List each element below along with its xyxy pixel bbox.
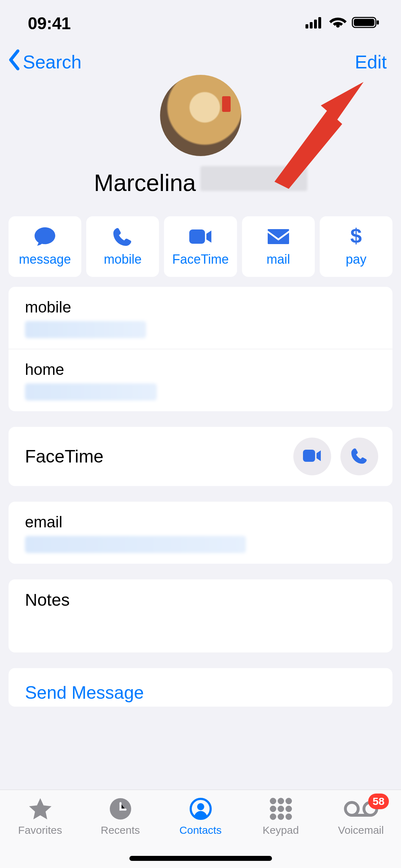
contact-name: Marcelina [0,166,401,196]
svg-rect-9 [303,450,315,462]
tab-recents[interactable]: Recents [80,796,160,836]
back-label: Search [23,51,82,73]
tab-contacts-label: Contacts [179,824,221,836]
status-bar: 09:41 [0,0,401,46]
star-icon [28,796,53,821]
svg-rect-7 [189,229,205,244]
tab-favorites[interactable]: Favorites [0,796,80,836]
email-card: email [9,502,392,564]
contact-last-name-redacted [200,166,307,191]
action-row: message mobile FaceTime mail $ pay [0,209,401,287]
svg-text:$: $ [350,226,362,247]
mobile-number-row[interactable]: mobile [9,287,392,349]
action-message-label: message [19,252,71,267]
svg-point-16 [270,806,276,812]
chevron-left-icon [6,49,22,75]
svg-point-21 [286,813,292,820]
status-time: 09:41 [28,14,71,33]
svg-point-12 [197,803,204,810]
facetime-video-button[interactable] [293,438,331,475]
edit-button[interactable]: Edit [355,51,387,73]
home-indicator[interactable] [129,856,272,861]
svg-point-20 [278,813,284,820]
contacts-icon [189,796,212,821]
wifi-icon [329,16,347,30]
send-message-link: Send Message [25,682,376,703]
keypad-icon [269,796,293,821]
battery-icon [352,16,380,30]
svg-rect-1 [310,22,313,29]
back-button[interactable]: Search [6,49,82,75]
svg-point-22 [345,802,358,815]
tab-voicemail[interactable]: 58 Voicemail [321,796,401,836]
notes-label: Notes [25,590,376,610]
action-mobile-label: mobile [104,252,142,267]
notes-card: Notes [9,579,392,652]
svg-point-19 [270,813,276,820]
email-row[interactable]: email [9,502,392,564]
phone-numbers-card: mobile home [9,287,392,411]
facetime-audio-button[interactable] [340,438,378,475]
facetime-card: FaceTime [9,427,392,486]
home-label: home [25,361,376,378]
tab-keypad-label: Keypad [263,824,299,836]
svg-point-13 [270,798,276,804]
svg-rect-5 [354,19,375,26]
action-mail-label: mail [267,252,290,267]
message-icon [34,226,56,247]
svg-rect-0 [305,24,308,29]
scroll-fade [0,781,401,790]
action-pay-label: pay [346,252,366,267]
phone-icon [351,447,368,466]
dollar-icon: $ [349,226,363,247]
svg-point-18 [286,806,292,812]
mobile-label: mobile [25,298,376,316]
svg-rect-3 [318,17,321,29]
action-facetime-label: FaceTime [172,252,229,267]
svg-point-14 [278,798,284,804]
svg-rect-6 [377,20,379,25]
tab-keypad[interactable]: Keypad [241,796,321,836]
home-number-row[interactable]: home [9,349,392,411]
email-value-redacted [25,536,246,553]
contact-first-name: Marcelina [94,169,196,196]
facetime-buttons [293,438,378,475]
phone-icon [113,226,133,247]
contact-avatar[interactable] [160,75,241,156]
home-value-redacted [25,383,157,401]
tab-contacts[interactable]: Contacts [160,796,241,836]
action-mobile[interactable]: mobile [86,216,159,277]
tab-voicemail-label: Voicemail [338,824,384,836]
video-icon [302,449,322,464]
action-mail[interactable]: mail [242,216,315,277]
video-icon [189,226,213,247]
cellular-icon [305,16,324,30]
action-pay[interactable]: $ pay [320,216,392,277]
voicemail-badge: 58 [368,794,389,809]
mail-icon [267,226,290,247]
facetime-row: FaceTime [9,427,392,486]
notes-row[interactable]: Notes [9,579,392,652]
action-message[interactable]: message [9,216,81,277]
action-facetime[interactable]: FaceTime [164,216,237,277]
facetime-label: FaceTime [25,446,103,467]
send-message-card: Send Message [9,668,392,707]
svg-point-17 [278,806,284,812]
send-message-row[interactable]: Send Message [9,668,392,707]
tab-recents-label: Recents [101,824,140,836]
contact-header: Marcelina [0,75,401,209]
tab-favorites-label: Favorites [18,824,62,836]
status-indicators [305,16,380,30]
email-label: email [25,513,376,531]
svg-point-15 [286,798,292,804]
mobile-value-redacted [25,321,146,338]
svg-rect-2 [314,20,317,29]
clock-icon [109,796,132,821]
